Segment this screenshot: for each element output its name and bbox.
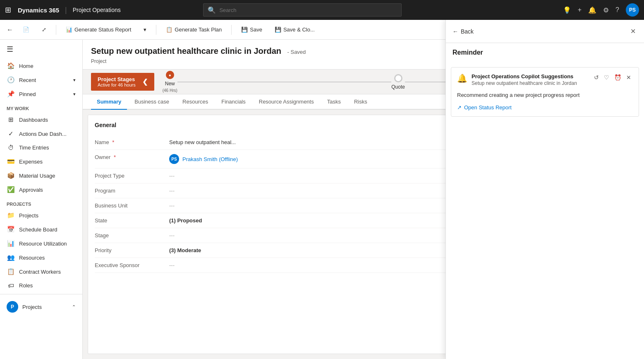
reminder-close-button[interactable]: ✕ [629, 26, 637, 37]
tab-resource-assignments[interactable]: Resource Assignments [253, 94, 320, 110]
bar-separator-1 [56, 25, 56, 35]
save-button[interactable]: 💾 Save [237, 24, 267, 35]
stage-circle-quote [394, 74, 402, 82]
dashboards-icon: ⊞ [7, 116, 15, 123]
field-label-priority: Priority [95, 247, 161, 253]
sidebar-item-contract-workers[interactable]: 📋 Contract Workers [0, 265, 82, 279]
bar-separator-3 [231, 25, 232, 35]
tab-resources[interactable]: Resources [177, 94, 214, 110]
field-label-owner: Owner * [95, 154, 161, 160]
report-dropdown-button[interactable]: ▾ [139, 24, 151, 35]
tab-summary[interactable]: Summary [91, 94, 127, 110]
tab-business-case[interactable]: Business case [129, 94, 175, 110]
stage-label-quote: Quote [391, 84, 405, 90]
sidebar-item-time-entries[interactable]: ⏱ Time Entries [0, 141, 82, 154]
stage-circle-new: ● [166, 71, 174, 79]
sidebar-item-recent[interactable]: 🕐 Recent ▾ [0, 73, 82, 87]
top-bar-actions: 💡 + 🔔 ⚙ ? PS [563, 3, 639, 17]
sidebar-item-resource-utilization[interactable]: 📊 Resource Utilization [0, 236, 82, 251]
back-icon: ← [452, 28, 458, 35]
sidebar-toggle[interactable]: ☰ [0, 40, 82, 59]
suggestion-refresh-icon[interactable]: ↺ [592, 73, 601, 82]
reminder-title: Reminder [452, 49, 637, 56]
stage-node-quote[interactable]: Quote [391, 74, 405, 90]
suggestion-card: 🔔 Project Operations Copilot Suggestions… [451, 67, 639, 117]
suggestion-bell-icon: 🔔 [457, 73, 467, 83]
sidebar-bottom-projects[interactable]: P Projects ⌃ [0, 298, 82, 316]
contract-workers-icon: 📋 [7, 268, 15, 275]
suggestion-like-icon[interactable]: ♡ [602, 73, 611, 82]
project-saved-label: - Saved [287, 49, 306, 55]
avatar[interactable]: PS [626, 3, 639, 17]
sidebar-item-material-usage[interactable]: 📦 Material Usage [0, 169, 82, 183]
stage-name: Project Stages [98, 76, 136, 82]
pinned-expand-icon: ▾ [73, 92, 76, 97]
sidebar-item-pinned[interactable]: 📌 Pinned ▾ [0, 87, 82, 101]
save-icon: 💾 [241, 27, 248, 33]
open-status-report-link[interactable]: ↗ Open Status Report [457, 104, 633, 111]
stage-active-block[interactable]: Project Stages Active for 46 hours ❮ [91, 73, 154, 91]
actions-due-icon: ✓ [7, 130, 15, 137]
recent-expand-icon: ▾ [73, 77, 76, 83]
search-input[interactable] [219, 7, 397, 13]
popup-button[interactable]: ⤢ [37, 24, 51, 35]
suggestion-actions: ↺ ♡ ⏰ ✕ [592, 73, 633, 82]
apps-icon[interactable]: ⊞ [5, 5, 11, 14]
help-icon[interactable]: ? [615, 6, 619, 14]
link-icon: ↗ [457, 104, 462, 111]
time-entries-icon: ⏱ [7, 144, 15, 151]
stage-active-sub: Active for 46 hours [98, 82, 136, 87]
stage-label-new: New [165, 81, 175, 87]
suggestion-dismiss-icon[interactable]: ✕ [625, 73, 633, 82]
sidebar-item-resources[interactable]: 👥 Resources [0, 251, 82, 265]
sidebar: ☰ 🏠 Home 🕐 Recent ▾ 📌 Pinned ▾ My Work ⊞… [0, 40, 83, 359]
reminder-back-button[interactable]: ← Back [452, 28, 474, 35]
owner-name: Prakash Smith (Offline) [182, 156, 238, 162]
suggestion-card-header: 🔔 Project Operations Copilot Suggestions… [457, 73, 633, 86]
sidebar-item-projects[interactable]: 📁 Projects [0, 208, 82, 222]
field-value-owner[interactable]: PS Prakash Smith (Offline) [169, 154, 238, 164]
roles-icon: 🏷 [7, 282, 15, 289]
sidebar-item-approvals[interactable]: ✅ Approvals [0, 183, 82, 197]
bell-icon[interactable]: 🔔 [588, 6, 596, 14]
tab-risks[interactable]: Risks [348, 94, 373, 110]
sidebar-item-schedule-board[interactable]: 📅 Schedule Board [0, 222, 82, 236]
sidebar-item-home[interactable]: 🏠 Home [0, 59, 82, 73]
expenses-icon: 💳 [7, 158, 15, 165]
lightbulb-icon[interactable]: 💡 [563, 6, 571, 14]
suggestion-clock-icon[interactable]: ⏰ [613, 73, 623, 82]
field-label-stage: Stage [95, 232, 161, 239]
reminder-panel: ← Back ✕ Reminder 🔔 Project Operations C… [445, 20, 644, 359]
projects-header: Projects [0, 197, 82, 208]
search-box[interactable]: 🔍 [203, 3, 402, 17]
field-label-business-unit: Business Unit [95, 202, 161, 209]
project-title: Setup new outpatient healthcare clinic i… [91, 46, 281, 55]
pinned-icon: 📌 [7, 90, 15, 98]
suggestion-body: Recommend creating a new project progres… [457, 91, 633, 99]
doc-view-button[interactable]: 📄 [18, 24, 34, 35]
tab-tasks[interactable]: Tasks [321, 94, 347, 110]
sidebar-item-roles[interactable]: 🏷 Roles [0, 279, 82, 292]
bottom-icon: P [7, 301, 18, 313]
stage-chevron-icon[interactable]: ❮ [142, 78, 148, 86]
back-arrow[interactable]: ← [5, 24, 15, 35]
generate-task-plan-button[interactable]: 📋 Generate Task Plan [161, 24, 226, 35]
sidebar-item-expenses[interactable]: 💳 Expenses [0, 154, 82, 169]
settings-icon[interactable]: ⚙ [603, 6, 609, 14]
schedule-board-icon: 📅 [7, 226, 15, 233]
title-separator: | [65, 6, 67, 14]
tab-financials[interactable]: Financials [215, 94, 251, 110]
stage-node-new[interactable]: ● New (46 Hrs) [163, 71, 177, 93]
field-label-project-type: Project Type [95, 173, 161, 179]
resources-icon: 👥 [7, 254, 15, 261]
save-close-button[interactable]: 💾 Save & Clo... [270, 24, 319, 35]
sidebar-item-dashboards[interactable]: ⊞ Dashboards [0, 113, 82, 127]
add-icon[interactable]: + [578, 6, 582, 14]
search-icon: 🔍 [208, 6, 216, 14]
material-icon: 📦 [7, 172, 15, 179]
generate-status-report-button[interactable]: 📊 Generate Status Report [61, 24, 136, 35]
app-title: Dynamics 365 [18, 7, 59, 14]
sidebar-item-actions-due[interactable]: ✓ Actions Due Dash... [0, 127, 82, 141]
required-indicator-2: * [114, 154, 116, 160]
save-close-icon: 💾 [275, 27, 281, 33]
